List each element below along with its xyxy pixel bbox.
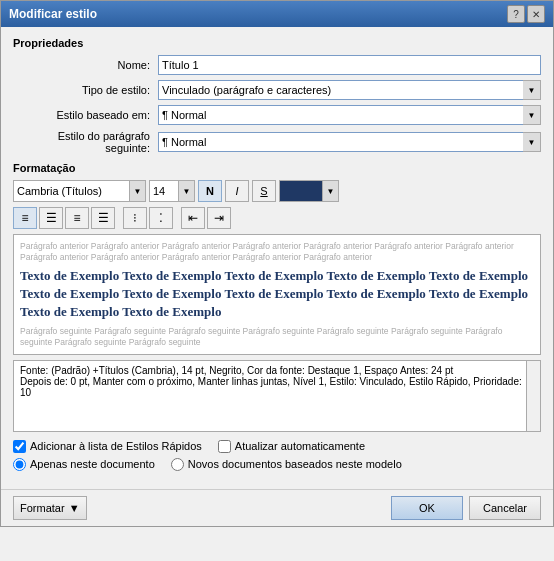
based-on-row: Estilo baseado em: ¶ Normal ▼ bbox=[13, 105, 541, 125]
radio-row: Apenas neste documento Novos documentos … bbox=[13, 458, 541, 471]
next-style-value: ¶ Normal bbox=[158, 132, 523, 152]
based-on-container: ¶ Normal ▼ bbox=[158, 105, 541, 125]
description-text: Fonte: (Padrão) +Títulos (Cambria), 14 p… bbox=[20, 365, 522, 398]
new-docs-item: Novos documentos baseados neste modelo bbox=[171, 458, 402, 471]
title-bar-buttons: ? ✕ bbox=[507, 5, 545, 23]
font-size-selector[interactable]: ▼ bbox=[149, 180, 195, 202]
line-spacing-2-button[interactable]: ⁚ bbox=[149, 207, 173, 229]
only-this-doc-radio[interactable] bbox=[13, 458, 26, 471]
style-type-label: Tipo de estilo: bbox=[13, 84, 158, 96]
line-spacing-1-button[interactable]: ⁝ bbox=[123, 207, 147, 229]
font-selector[interactable]: ▼ bbox=[13, 180, 146, 202]
font-name-input[interactable] bbox=[14, 181, 129, 201]
style-type-container: Vinculado (parágrafo e caracteres) ▼ bbox=[158, 80, 541, 100]
only-this-doc-item: Apenas neste documento bbox=[13, 458, 155, 471]
style-type-row: Tipo de estilo: Vinculado (parágrafo e c… bbox=[13, 80, 541, 100]
based-on-arrow[interactable]: ▼ bbox=[523, 105, 541, 125]
properties-section-title: Propriedades bbox=[13, 37, 541, 49]
title-bar: Modificar estilo ? ✕ bbox=[1, 1, 553, 27]
style-description: Fonte: (Padrão) +Títulos (Cambria), 14 p… bbox=[13, 360, 541, 432]
ok-cancel-group: OK Cancelar bbox=[391, 496, 541, 520]
indent-increase-button[interactable]: ⇥ bbox=[207, 207, 231, 229]
name-row: Nome: bbox=[13, 55, 541, 75]
indent-decrease-button[interactable]: ⇤ bbox=[181, 207, 205, 229]
based-on-label: Estilo baseado em: bbox=[13, 109, 158, 121]
color-arrow[interactable]: ▼ bbox=[322, 181, 338, 201]
color-button[interactable]: ▼ bbox=[279, 180, 339, 202]
align-justify-button[interactable]: ☰ bbox=[91, 207, 115, 229]
add-quick-styles-label: Adicionar à lista de Estilos Rápidos bbox=[30, 440, 202, 452]
dialog-content: Propriedades Nome: Tipo de estilo: Vincu… bbox=[1, 27, 553, 489]
only-this-doc-label: Apenas neste documento bbox=[30, 458, 155, 470]
next-style-label: Estilo do parágrafo seguinte: bbox=[13, 130, 158, 154]
name-input[interactable] bbox=[158, 55, 541, 75]
add-quick-styles-item: Adicionar à lista de Estilos Rápidos bbox=[13, 440, 202, 453]
align-right-button[interactable]: ≡ bbox=[65, 207, 89, 229]
new-docs-radio[interactable] bbox=[171, 458, 184, 471]
format-button-arrow: ▼ bbox=[69, 502, 80, 514]
style-type-value: Vinculado (parágrafo e caracteres) bbox=[158, 80, 523, 100]
name-label: Nome: bbox=[13, 59, 158, 71]
preview-para-after: Parágrafo seguinte Parágrafo seguinte Pa… bbox=[20, 326, 534, 348]
italic-button[interactable]: I bbox=[225, 180, 249, 202]
font-size-input[interactable] bbox=[150, 181, 178, 201]
auto-update-label: Atualizar automaticamente bbox=[235, 440, 365, 452]
font-dropdown-arrow[interactable]: ▼ bbox=[129, 181, 145, 201]
format-button-label: Formatar bbox=[20, 502, 65, 514]
size-dropdown-arrow[interactable]: ▼ bbox=[178, 181, 194, 201]
checkbox-row: Adicionar à lista de Estilos Rápidos Atu… bbox=[13, 440, 541, 453]
help-button[interactable]: ? bbox=[507, 5, 525, 23]
dialog-title: Modificar estilo bbox=[9, 7, 97, 21]
close-button[interactable]: ✕ bbox=[527, 5, 545, 23]
format-dropdown-button[interactable]: Formatar ▼ bbox=[13, 496, 87, 520]
modify-style-dialog: Modificar estilo ? ✕ Propriedades Nome: … bbox=[0, 0, 554, 527]
preview-main-text: Texto de Exemplo Texto de Exemplo Texto … bbox=[20, 267, 534, 322]
cancel-button[interactable]: Cancelar bbox=[469, 496, 541, 520]
format-toolbar-row: ▼ ▼ N I S ▼ bbox=[13, 180, 541, 202]
add-quick-styles-checkbox[interactable] bbox=[13, 440, 26, 453]
align-left-button[interactable]: ≡ bbox=[13, 207, 37, 229]
based-on-value: ¶ Normal bbox=[158, 105, 523, 125]
formatting-section-title: Formatação bbox=[13, 162, 541, 174]
align-center-button[interactable]: ☰ bbox=[39, 207, 63, 229]
style-preview: Parágrafo anterior Parágrafo anterior Pa… bbox=[13, 234, 541, 355]
ok-button[interactable]: OK bbox=[391, 496, 463, 520]
strikethrough-button[interactable]: S bbox=[252, 180, 276, 202]
style-type-arrow[interactable]: ▼ bbox=[523, 80, 541, 100]
description-scrollbar[interactable] bbox=[526, 361, 540, 431]
bold-button[interactable]: N bbox=[198, 180, 222, 202]
alignment-toolbar: ≡ ☰ ≡ ☰ ⁝ ⁚ ⇤ ⇥ bbox=[13, 207, 541, 229]
next-style-row: Estilo do parágrafo seguinte: ¶ Normal ▼ bbox=[13, 130, 541, 154]
preview-para-before: Parágrafo anterior Parágrafo anterior Pa… bbox=[20, 241, 534, 263]
next-style-arrow[interactable]: ▼ bbox=[523, 132, 541, 152]
color-preview bbox=[280, 181, 322, 201]
auto-update-item: Atualizar automaticamente bbox=[218, 440, 365, 453]
auto-update-checkbox[interactable] bbox=[218, 440, 231, 453]
next-style-container: ¶ Normal ▼ bbox=[158, 132, 541, 152]
bottom-bar: Formatar ▼ OK Cancelar bbox=[1, 489, 553, 526]
new-docs-label: Novos documentos baseados neste modelo bbox=[188, 458, 402, 470]
